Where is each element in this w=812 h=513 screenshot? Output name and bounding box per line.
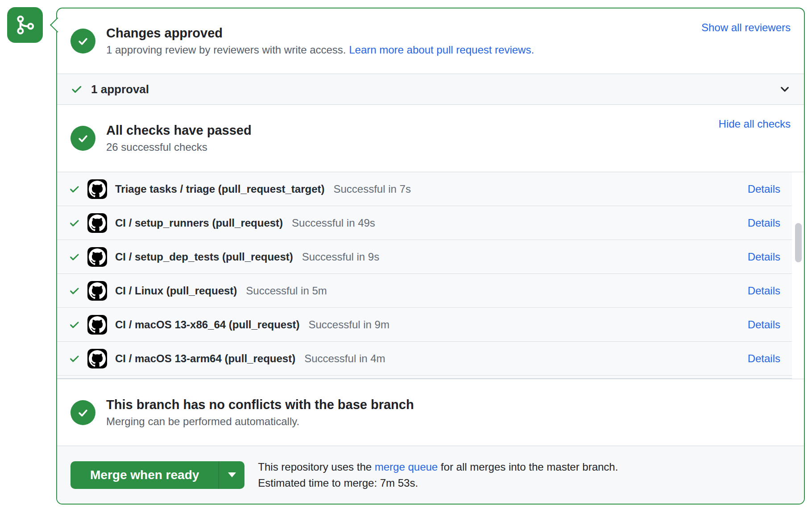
check-row: CI / Linux (pull_request) Successful in … xyxy=(57,274,792,308)
merge-queue-link[interactable]: merge queue xyxy=(375,461,438,473)
github-actions-avatar xyxy=(87,247,107,267)
merge-queue-info-suffix: for all merges into the master branch. xyxy=(438,461,618,473)
check-icon xyxy=(69,217,80,229)
review-status-section: Changes approved 1 approving review by r… xyxy=(57,8,804,74)
github-actions-avatar xyxy=(87,281,107,301)
details-link[interactable]: Details xyxy=(748,319,780,331)
check-icon xyxy=(69,183,80,195)
check-name: CI / setup_runners (pull_request) xyxy=(115,217,283,229)
github-actions-avatar xyxy=(87,213,107,233)
conflicts-title: This branch has no conflicts with the ba… xyxy=(106,397,414,412)
learn-more-link[interactable]: Learn more about pull request reviews. xyxy=(349,44,534,56)
checks-scrollbar[interactable] xyxy=(795,223,802,262)
check-row: CI / setup_dep_tests (pull_request) Succ… xyxy=(57,240,792,274)
check-row: CI / macOS 13-x86_64 (pull_request) Succ… xyxy=(57,308,792,342)
github-actions-avatar xyxy=(87,349,107,368)
check-circle-icon xyxy=(70,126,95,151)
check-circle-icon xyxy=(70,400,95,425)
merge-queue-info-prefix: This repository uses the xyxy=(258,461,374,473)
checks-status-subtitle: 26 successful checks xyxy=(106,141,252,153)
git-merge-icon xyxy=(13,13,37,37)
checks-list: Triage tasks / triage (pull_request_targ… xyxy=(57,172,804,379)
check-status: Successful in 4m xyxy=(304,352,385,365)
merge-actions-footer: Merge when ready This repository uses th… xyxy=(57,446,804,504)
merge-box: Changes approved 1 approving review by r… xyxy=(56,8,805,505)
check-name: CI / setup_dep_tests (pull_request) xyxy=(115,251,293,263)
check-name: CI / Linux (pull_request) xyxy=(115,285,237,297)
checks-status-section: All checks have passed 26 successful che… xyxy=(57,105,804,172)
check-row: CI / macOS 13-arm64 (pull_request) Succe… xyxy=(57,342,792,376)
check-icon xyxy=(69,285,80,297)
approval-count-label: 1 approval xyxy=(91,83,149,96)
check-row: Triage tasks / triage (pull_request_targ… xyxy=(57,172,792,206)
check-name: Triage tasks / triage (pull_request_targ… xyxy=(115,183,325,195)
merge-queue-info: This repository uses the merge queue for… xyxy=(258,459,618,491)
check-icon xyxy=(70,83,83,95)
hide-all-checks-link[interactable]: Hide all checks xyxy=(719,118,791,130)
check-icon xyxy=(69,353,80,364)
check-row-partial xyxy=(57,376,792,379)
check-icon xyxy=(69,319,80,331)
check-status: Successful in 7s xyxy=(334,183,411,195)
review-status-title: Changes approved xyxy=(106,26,534,41)
check-name: CI / macOS 13-arm64 (pull_request) xyxy=(115,352,295,365)
show-all-reviewers-link[interactable]: Show all reviewers xyxy=(701,21,791,34)
check-status: Successful in 49s xyxy=(292,217,375,229)
conflicts-subtitle: Merging can be performed automatically. xyxy=(106,415,414,428)
details-link[interactable]: Details xyxy=(748,251,780,263)
conflicts-status-section: This branch has no conflicts with the ba… xyxy=(57,379,804,446)
check-status: Successful in 5m xyxy=(246,285,327,297)
approval-summary-row[interactable]: 1 approval xyxy=(57,74,804,105)
check-status: Successful in 9s xyxy=(302,251,379,263)
check-name: CI / macOS 13-x86_64 (pull_request) xyxy=(115,319,300,331)
merge-status-square xyxy=(7,7,43,43)
merge-options-dropdown-button[interactable] xyxy=(219,461,244,489)
chevron-down-icon[interactable] xyxy=(779,83,791,95)
details-link[interactable]: Details xyxy=(748,183,780,195)
github-actions-avatar xyxy=(87,179,107,199)
details-link[interactable]: Details xyxy=(748,285,780,297)
merge-when-ready-split-button: Merge when ready xyxy=(70,461,244,489)
details-link[interactable]: Details xyxy=(748,352,780,365)
github-actions-avatar xyxy=(87,315,107,335)
check-status: Successful in 9m xyxy=(309,319,389,331)
check-icon xyxy=(69,251,80,263)
merge-estimate: Estimated time to merge: 7m 53s. xyxy=(258,475,618,491)
check-circle-icon xyxy=(70,29,95,54)
check-row: CI / setup_runners (pull_request) Succes… xyxy=(57,206,792,240)
checks-status-title: All checks have passed xyxy=(106,123,252,138)
review-status-description: 1 approving review by reviewers with wri… xyxy=(106,44,349,56)
details-link[interactable]: Details xyxy=(748,217,780,229)
triangle-down-icon xyxy=(228,472,236,477)
merge-when-ready-button[interactable]: Merge when ready xyxy=(70,461,219,489)
